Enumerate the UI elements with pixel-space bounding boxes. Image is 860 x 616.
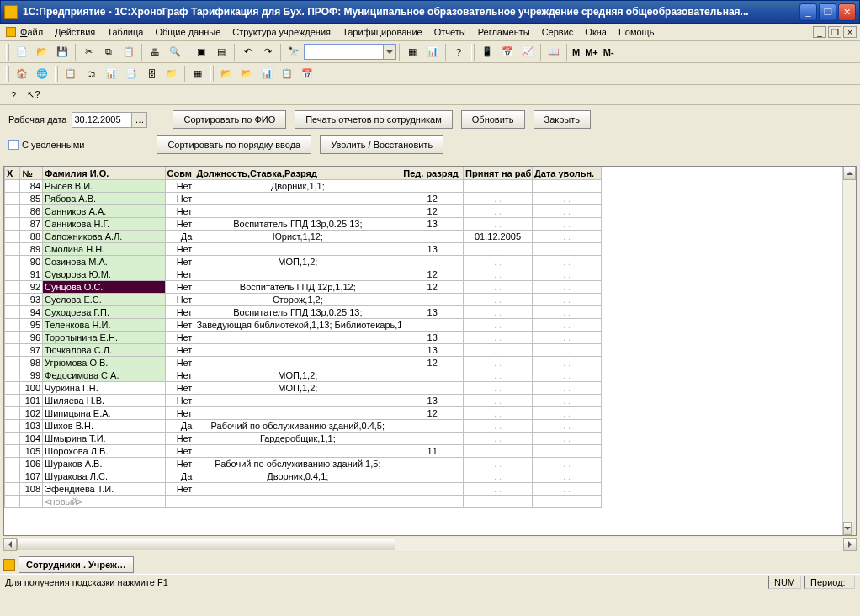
ex9-icon[interactable]: 📂 [237, 65, 256, 83]
table-row[interactable]: 102Шипицына Е.А.Нет12. .. . [5, 407, 602, 420]
table-row[interactable]: 90Созинова М.А.НетМОП,1,2;. .. . [5, 256, 602, 268]
col-header[interactable]: Пед. разряд [401, 167, 464, 180]
menu-окна[interactable]: Окна [580, 25, 612, 39]
mem-mplus[interactable]: М+ [582, 47, 601, 57]
table-row[interactable]: 92Сунцова О.С.НетВоспитатель ГПД 12р,1,1… [5, 281, 602, 294]
vertical-scrollbar[interactable] [842, 167, 856, 535]
ex2-icon[interactable]: 🗂 [82, 65, 100, 83]
col-header[interactable]: № [20, 167, 43, 180]
preview-icon[interactable]: 🔍 [166, 43, 184, 61]
ex3-icon[interactable]: 📊 [102, 65, 120, 83]
sort-order-button[interactable]: Сортировать по порядку ввода [157, 135, 311, 154]
table-row[interactable]: 93Суслова Е.С.НетСторож,1,2;. .. . [5, 294, 602, 306]
date-picker-button[interactable]: … [132, 112, 147, 128]
minimize-button[interactable]: _ [799, 3, 817, 21]
chart-icon[interactable]: 📈 [518, 43, 537, 61]
ex8-icon[interactable]: 📂 [217, 65, 236, 83]
calendar-icon[interactable]: 📅 [498, 43, 517, 61]
maximize-button[interactable]: ❐ [819, 3, 836, 21]
table-row[interactable]: 96Торопынина Е.Н.Нет13. .. . [5, 332, 602, 344]
redo-icon[interactable]: ↷ [258, 43, 277, 61]
menu-сервис[interactable]: Сервис [537, 25, 579, 39]
open-icon[interactable]: 📂 [33, 43, 51, 61]
undo-icon[interactable]: ↶ [238, 43, 257, 61]
table-row[interactable]: 108Эфендиева Т.И.Нет. .. . [5, 483, 602, 496]
scroll-right-button[interactable] [843, 538, 857, 551]
ex7-icon[interactable]: ▦ [188, 65, 207, 83]
mem-m[interactable]: М [570, 47, 582, 57]
new-row[interactable]: <новый> [5, 496, 602, 508]
scroll-down-button[interactable] [843, 522, 852, 535]
table-row[interactable]: 106Шураков А.В.НетРабочий по обслуживани… [5, 458, 602, 470]
ex11-icon[interactable]: 📋 [278, 65, 296, 83]
scroll-left-button[interactable] [3, 538, 17, 551]
menu-помощь[interactable]: Помощь [613, 25, 660, 39]
menu-структура учреждения[interactable]: Структура учреждения [227, 25, 336, 39]
find-combo[interactable] [304, 44, 396, 60]
fire-restore-button[interactable]: Уволить / Восстановить [320, 135, 443, 154]
table-row[interactable]: 98Угрюмова О.В.Нет12. .. . [5, 357, 602, 369]
fired-checkbox[interactable] [8, 140, 19, 150]
mdi-minimize-button[interactable]: _ [813, 26, 826, 38]
save-icon[interactable]: 💾 [53, 43, 72, 61]
menu-действия[interactable]: Действия [50, 25, 100, 39]
ex6-icon[interactable]: 📁 [162, 65, 181, 83]
ex12-icon[interactable]: 📅 [298, 65, 316, 83]
new-icon[interactable]: 📄 [13, 43, 31, 61]
menu-общие данные[interactable]: Общие данные [150, 25, 226, 39]
mdi-close-button[interactable]: × [843, 26, 857, 38]
tool2-icon[interactable]: 📊 [423, 43, 442, 61]
menu-отчеты[interactable]: Отчеты [429, 25, 471, 39]
table-row[interactable]: 94Суходоева Г.П.НетВоспитатель ГПД 13р,0… [5, 306, 602, 319]
table-row[interactable]: 85Рябова А.В.Нет12. .. . [5, 193, 602, 205]
ex4-icon[interactable]: 📑 [122, 65, 141, 83]
system-menu-icon[interactable] [4, 23, 18, 41]
close-button[interactable]: ✕ [838, 3, 856, 21]
print-icon[interactable]: 🖶 [146, 43, 164, 61]
menu-таблица[interactable]: Таблица [102, 25, 148, 39]
col-header[interactable]: Х [5, 167, 20, 180]
table-row[interactable]: 101Шиляева Н.В.Нет13. .. . [5, 395, 602, 407]
menu-тарифицирование[interactable]: Тарифицирование [337, 25, 427, 39]
table-row[interactable]: 88Сапожникова А.Л.ДаЮрист,1,12;01.12.200… [5, 231, 602, 243]
paste-icon[interactable]: 📋 [119, 43, 138, 61]
col-header[interactable]: Дата увольн. [532, 167, 601, 180]
sort-fio-button[interactable]: Сортировать по ФИО [173, 110, 286, 129]
print-reports-button[interactable]: Печать отчетов по сотрудникам [295, 110, 453, 129]
toggle1-icon[interactable]: ▣ [192, 43, 210, 61]
table-row[interactable]: 95Теленкова Н.И.НетЗаведующая библиотеко… [5, 319, 602, 332]
mdi-restore-button[interactable]: ❐ [828, 26, 841, 38]
menu-регламенты[interactable]: Регламенты [473, 25, 535, 39]
home-icon[interactable]: 🏠 [13, 65, 31, 83]
pointer-help-icon[interactable]: ↖? [24, 86, 43, 104]
globe-icon[interactable]: 🌐 [33, 65, 51, 83]
toggle2-icon[interactable]: ▤ [212, 43, 231, 61]
date-input[interactable]: 30.12.2005 [72, 112, 132, 128]
table-row[interactable]: 86Санников А.А.Нет12. .. . [5, 205, 602, 218]
ex5-icon[interactable]: 🗄 [142, 65, 161, 83]
help-icon[interactable]: ? [449, 43, 468, 61]
table-row[interactable]: 84Рысев В.И.НетДворник,1,1; [5, 180, 602, 193]
col-header[interactable]: Фамилия И.О. [43, 167, 165, 180]
menu-файл[interactable]: Файл [19, 25, 48, 39]
copy-icon[interactable]: ⧉ [99, 43, 118, 61]
document-tab[interactable]: Сотрудники . Учреж… [19, 556, 134, 573]
table-row[interactable]: 100Чуркина Г.Н.НетМОП,1,2;. .. . [5, 382, 602, 395]
table-row[interactable]: 89Смолина Н.Н.Нет13. .. . [5, 243, 602, 256]
employee-table[interactable]: Х№Фамилия И.О.СовмДолжность,Ставка,Разря… [3, 166, 857, 536]
col-header[interactable]: Совм [165, 167, 194, 180]
scroll-up-button[interactable] [843, 167, 856, 180]
tool1-icon[interactable]: ▦ [403, 43, 422, 61]
table-row[interactable]: 87Санникова Н.Г.НетВоспитатель ГПД 13р,0… [5, 218, 602, 231]
table-row[interactable]: 103Шихов В.Н.ДаРабочий по обслуживанию з… [5, 420, 602, 433]
refresh-button[interactable]: Обновить [461, 110, 525, 129]
table-row[interactable]: 107Шуракова Л.С.ДаДворник,0.4,1;. .. . [5, 470, 602, 483]
table-row[interactable]: 105Шорохова Л.В.Нет11. .. . [5, 445, 602, 458]
table-row[interactable]: 104Шмырина Т.И.НетГардеробщик,1,1;. .. . [5, 433, 602, 445]
table-row[interactable]: 97Тючкалова С.Л.Нет13. .. . [5, 344, 602, 357]
cut-icon[interactable]: ✂ [79, 43, 98, 61]
table-row[interactable]: 99Федосимова С.А.НетМОП,1,2;. .. . [5, 369, 602, 382]
col-header[interactable]: Должность,Ставка,Разряд [194, 167, 401, 180]
book-icon[interactable]: 📖 [544, 43, 563, 61]
context-help-icon[interactable]: ? [4, 86, 23, 104]
